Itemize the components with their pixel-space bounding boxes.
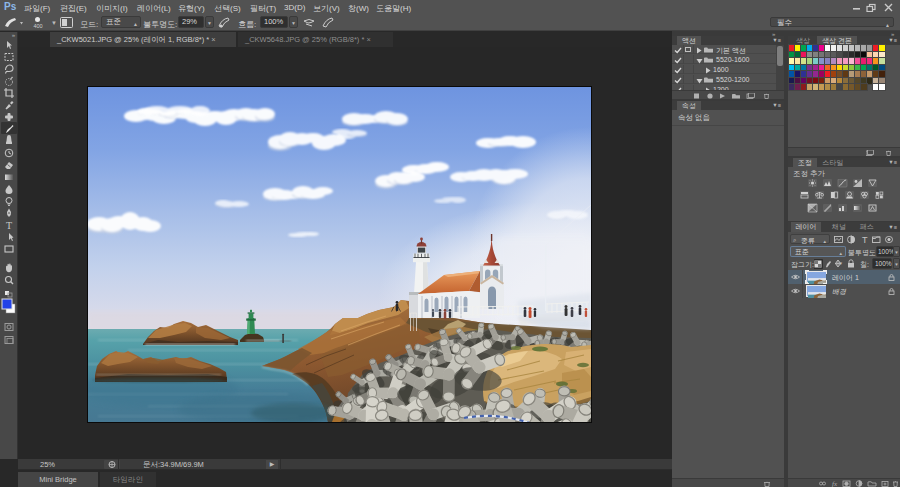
svg-text:fx: fx — [832, 480, 838, 487]
svg-text:T: T — [862, 235, 868, 244]
svg-text:T: T — [6, 220, 12, 231]
